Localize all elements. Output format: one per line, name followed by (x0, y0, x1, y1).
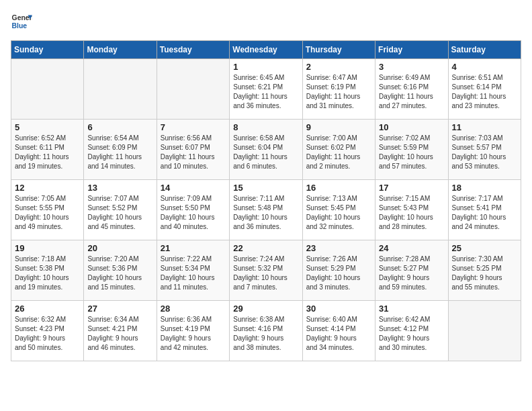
calendar-cell: 31Sunrise: 6:42 AM Sunset: 4:12 PM Dayli… (375, 301, 448, 361)
day-info: Sunrise: 6:38 AM Sunset: 4:16 PM Dayligh… (233, 315, 298, 353)
day-info: Sunrise: 7:30 AM Sunset: 5:25 PM Dayligh… (452, 255, 517, 292)
calendar-cell: 30Sunrise: 6:40 AM Sunset: 4:14 PM Dayli… (302, 301, 375, 361)
day-number: 25 (452, 243, 517, 253)
calendar-cell: 12Sunrise: 7:05 AM Sunset: 5:55 PM Dayli… (11, 180, 84, 240)
day-info: Sunrise: 6:34 AM Sunset: 4:21 PM Dayligh… (87, 315, 152, 353)
calendar-cell: 1Sunrise: 6:45 AM Sunset: 6:21 PM Daylig… (230, 59, 302, 120)
calendar-table: SundayMondayTuesdayWednesdayThursdayFrid… (11, 40, 521, 361)
day-number: 22 (233, 243, 298, 253)
day-number: 30 (306, 304, 371, 314)
weekday-header-wednesday: Wednesday (230, 41, 302, 59)
day-number: 10 (379, 122, 444, 132)
day-info: Sunrise: 7:02 AM Sunset: 5:59 PM Dayligh… (379, 134, 444, 171)
day-info: Sunrise: 6:58 AM Sunset: 6:04 PM Dayligh… (233, 134, 298, 171)
calendar-cell: 18Sunrise: 7:17 AM Sunset: 5:41 PM Dayli… (448, 180, 521, 240)
calendar-cell (157, 59, 229, 120)
day-info: Sunrise: 6:45 AM Sunset: 6:21 PM Dayligh… (233, 73, 298, 111)
day-number: 11 (452, 122, 517, 132)
day-number: 6 (87, 122, 152, 132)
logo: General Blue (11, 11, 32, 32)
calendar-cell: 8Sunrise: 6:58 AM Sunset: 6:04 PM Daylig… (230, 120, 302, 180)
calendar-cell: 27Sunrise: 6:34 AM Sunset: 4:21 PM Dayli… (84, 301, 157, 361)
calendar-cell: 29Sunrise: 6:38 AM Sunset: 4:16 PM Dayli… (230, 301, 302, 361)
day-info: Sunrise: 7:18 AM Sunset: 5:38 PM Dayligh… (15, 255, 80, 292)
calendar-cell: 7Sunrise: 6:56 AM Sunset: 6:07 PM Daylig… (157, 120, 229, 180)
calendar-cell: 28Sunrise: 6:36 AM Sunset: 4:19 PM Dayli… (157, 301, 229, 361)
day-info: Sunrise: 7:13 AM Sunset: 5:45 PM Dayligh… (306, 194, 371, 232)
calendar-cell: 24Sunrise: 7:28 AM Sunset: 5:27 PM Dayli… (375, 240, 448, 301)
day-number: 3 (379, 62, 444, 72)
weekday-header-saturday: Saturday (448, 41, 521, 59)
day-number: 9 (306, 122, 371, 132)
calendar-cell: 23Sunrise: 7:26 AM Sunset: 5:29 PM Dayli… (302, 240, 375, 301)
day-info: Sunrise: 7:09 AM Sunset: 5:50 PM Dayligh… (161, 194, 226, 232)
day-info: Sunrise: 6:56 AM Sunset: 6:07 PM Dayligh… (161, 134, 226, 171)
day-number: 7 (161, 122, 226, 132)
day-info: Sunrise: 6:36 AM Sunset: 4:19 PM Dayligh… (161, 315, 226, 353)
calendar-cell: 25Sunrise: 7:30 AM Sunset: 5:25 PM Dayli… (448, 240, 521, 301)
day-info: Sunrise: 7:07 AM Sunset: 5:52 PM Dayligh… (87, 194, 152, 232)
svg-text:Blue: Blue (12, 22, 28, 30)
calendar-cell: 16Sunrise: 7:13 AM Sunset: 5:45 PM Dayli… (302, 180, 375, 240)
day-info: Sunrise: 7:00 AM Sunset: 6:02 PM Dayligh… (306, 134, 371, 171)
calendar-cell: 20Sunrise: 7:20 AM Sunset: 5:36 PM Dayli… (84, 240, 157, 301)
weekday-header-thursday: Thursday (302, 41, 375, 59)
calendar-cell: 13Sunrise: 7:07 AM Sunset: 5:52 PM Dayli… (84, 180, 157, 240)
day-number: 16 (306, 183, 371, 193)
weekday-header-friday: Friday (375, 41, 448, 59)
day-info: Sunrise: 6:42 AM Sunset: 4:12 PM Dayligh… (379, 315, 444, 353)
day-info: Sunrise: 7:03 AM Sunset: 5:57 PM Dayligh… (452, 134, 517, 171)
day-info: Sunrise: 6:47 AM Sunset: 6:19 PM Dayligh… (306, 73, 371, 111)
day-number: 19 (15, 243, 80, 253)
day-info: Sunrise: 6:49 AM Sunset: 6:16 PM Dayligh… (379, 73, 444, 111)
calendar-cell: 2Sunrise: 6:47 AM Sunset: 6:19 PM Daylig… (302, 59, 375, 120)
day-info: Sunrise: 7:24 AM Sunset: 5:32 PM Dayligh… (233, 255, 298, 292)
day-number: 17 (379, 183, 444, 193)
day-number: 29 (233, 304, 298, 314)
calendar-cell: 9Sunrise: 7:00 AM Sunset: 6:02 PM Daylig… (302, 120, 375, 180)
calendar-cell: 22Sunrise: 7:24 AM Sunset: 5:32 PM Dayli… (230, 240, 302, 301)
day-number: 21 (161, 243, 226, 253)
calendar-cell: 6Sunrise: 6:54 AM Sunset: 6:09 PM Daylig… (84, 120, 157, 180)
day-number: 23 (306, 243, 371, 253)
logo-icon: General Blue (11, 11, 32, 32)
weekday-header-tuesday: Tuesday (157, 41, 229, 59)
weekday-header-sunday: Sunday (11, 41, 84, 59)
calendar-cell: 19Sunrise: 7:18 AM Sunset: 5:38 PM Dayli… (11, 240, 84, 301)
day-number: 14 (161, 183, 226, 193)
day-info: Sunrise: 7:05 AM Sunset: 5:55 PM Dayligh… (15, 194, 80, 232)
calendar-cell: 10Sunrise: 7:02 AM Sunset: 5:59 PM Dayli… (375, 120, 448, 180)
day-info: Sunrise: 6:52 AM Sunset: 6:11 PM Dayligh… (15, 134, 80, 171)
day-info: Sunrise: 6:54 AM Sunset: 6:09 PM Dayligh… (87, 134, 152, 171)
calendar-cell: 26Sunrise: 6:32 AM Sunset: 4:23 PM Dayli… (11, 301, 84, 361)
day-info: Sunrise: 7:17 AM Sunset: 5:41 PM Dayligh… (452, 194, 517, 232)
calendar-cell: 21Sunrise: 7:22 AM Sunset: 5:34 PM Dayli… (157, 240, 229, 301)
day-number: 5 (15, 122, 80, 132)
day-number: 27 (87, 304, 152, 314)
day-info: Sunrise: 7:15 AM Sunset: 5:43 PM Dayligh… (379, 194, 444, 232)
day-number: 20 (87, 243, 152, 253)
day-number: 8 (233, 122, 298, 132)
day-info: Sunrise: 6:40 AM Sunset: 4:14 PM Dayligh… (306, 315, 371, 353)
day-info: Sunrise: 7:28 AM Sunset: 5:27 PM Dayligh… (379, 255, 444, 292)
calendar-cell: 15Sunrise: 7:11 AM Sunset: 5:48 PM Dayli… (230, 180, 302, 240)
day-number: 26 (15, 304, 80, 314)
day-number: 15 (233, 183, 298, 193)
day-number: 1 (233, 62, 298, 72)
day-info: Sunrise: 7:22 AM Sunset: 5:34 PM Dayligh… (161, 255, 226, 292)
day-number: 18 (452, 183, 517, 193)
calendar-cell (11, 59, 84, 120)
calendar-cell: 4Sunrise: 6:51 AM Sunset: 6:14 PM Daylig… (448, 59, 521, 120)
calendar-cell: 5Sunrise: 6:52 AM Sunset: 6:11 PM Daylig… (11, 120, 84, 180)
day-info: Sunrise: 6:32 AM Sunset: 4:23 PM Dayligh… (15, 315, 80, 353)
calendar-cell: 14Sunrise: 7:09 AM Sunset: 5:50 PM Dayli… (157, 180, 229, 240)
day-number: 2 (306, 62, 371, 72)
calendar-cell (84, 59, 157, 120)
day-number: 12 (15, 183, 80, 193)
day-info: Sunrise: 7:26 AM Sunset: 5:29 PM Dayligh… (306, 255, 371, 292)
weekday-header-monday: Monday (84, 41, 157, 59)
day-info: Sunrise: 6:51 AM Sunset: 6:14 PM Dayligh… (452, 73, 517, 111)
day-number: 13 (87, 183, 152, 193)
day-number: 28 (161, 304, 226, 314)
calendar-cell (448, 301, 521, 361)
